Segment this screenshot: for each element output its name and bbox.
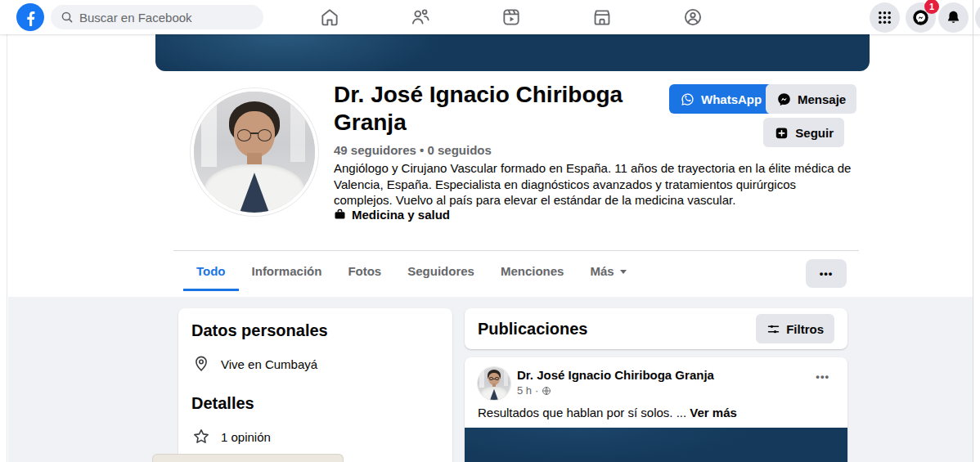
post-text: Resultados que hablan por sí solos. ... … [465,400,847,428]
post-time-value[interactable]: 5 h [517,384,532,397]
marketplace-icon[interactable] [591,6,614,29]
reels-icon[interactable] [500,6,523,29]
tab-todo-label: Todo [196,264,226,278]
nav-center-tabs [318,6,704,29]
post-text-body: Resultados que hablan por sí solos. ... [478,406,686,419]
filters-label: Filtros [786,322,824,336]
bell-icon [945,9,962,26]
chevron-down-icon [620,270,627,274]
post-card: Dr. José Ignacio Chiriboga Granja 5 h · … [465,357,847,462]
right-window-edge [973,0,973,462]
tab-seguidores[interactable]: Seguidores [394,251,488,291]
facebook-logo[interactable] [16,3,44,31]
star-icon [191,427,211,446]
briefcase-icon [334,209,346,221]
profile-photo[interactable] [191,88,318,216]
category-label: Medicina y salud [352,208,450,222]
facebook-page: 1 Dr. José Ignacio Chiriboga Granja 49 s… [0,0,980,462]
tabs-overflow-button[interactable]: ••• [806,259,847,288]
tab-informacion[interactable]: Información [239,251,335,291]
message-button[interactable]: Mensaje [766,84,856,114]
filters-button[interactable]: Filtros [756,314,834,343]
notifications-button[interactable] [938,2,969,33]
review-row: 1 opinión [191,427,439,446]
search-input[interactable] [79,11,254,25]
page-category: Medicina y salud [334,208,450,222]
post-image[interactable] [465,428,847,462]
friends-icon[interactable] [409,6,432,29]
messenger-badge: 1 [924,0,939,14]
status-bar-tooltip [152,454,344,462]
intro-card: Datos personales Vive en Cumbayá Detalle… [178,308,452,462]
filters-icon [766,322,780,336]
follow-button[interactable]: Seguir [763,118,844,147]
post-header: Dr. José Ignacio Chiriboga Granja 5 h · … [465,357,847,400]
page-title: Dr. José Ignacio Chiriboga Granja [334,81,661,137]
tab-menciones[interactable]: Menciones [488,251,578,291]
left-window-edge [7,0,7,462]
details-title: Detalles [191,394,439,413]
messenger-button[interactable]: 1 [906,2,936,33]
intro-title: Datos personales [191,321,439,340]
globe-icon [542,386,551,396]
whatsapp-label: WhatsApp [701,92,762,106]
post-meta: Dr. José Ignacio Chiriboga Granja 5 h · [517,367,714,397]
cover-photo[interactable] [155,34,870,71]
lives-in-row: Vive en Cumbayá [191,354,439,374]
messenger-dark-icon [776,92,792,107]
tab-mas-label: Más [590,264,614,278]
posts-title: Publicaciones [478,320,588,339]
lives-in-label: Vive en Cumbayá [221,357,317,371]
whatsapp-icon [680,92,695,107]
post-time-dot: · [535,384,538,397]
page-bio: Angiólogo y Cirujano Vascular formado en… [334,160,854,209]
tab-fotos-label: Fotos [348,264,381,278]
doctor-portrait-small [478,367,510,400]
profile-tabs: Todo Información Fotos Seguidores Mencio… [183,251,640,291]
message-label: Mensaje [798,92,846,106]
post-author-name[interactable]: Dr. José Ignacio Chiriboga Granja [517,367,714,383]
follow-label: Seguir [795,126,834,140]
groups-icon[interactable] [681,6,704,29]
search-bar[interactable] [51,5,263,29]
post-menu-button[interactable]: ••• [811,367,834,386]
whatsapp-button[interactable]: WhatsApp [669,84,772,114]
home-icon[interactable] [318,6,341,29]
menu-grid-button[interactable] [870,2,900,33]
follow-plus-icon [774,125,789,141]
tab-informacion-label: Información [252,264,322,278]
tab-todo[interactable]: Todo [183,251,239,291]
tab-menciones-label: Menciones [501,264,564,278]
review-label: 1 opinión [221,430,271,444]
tab-seguidores-label: Seguidores [407,264,474,278]
doctor-portrait [194,92,315,213]
post-author-avatar[interactable] [478,367,510,400]
posts-header-card: Publicaciones Filtros [465,308,847,349]
menu-grid-icon [876,9,893,26]
search-icon [61,11,74,24]
followers-count[interactable]: 49 seguidores • 0 seguidos [334,143,492,157]
tab-fotos[interactable]: Fotos [335,251,394,291]
see-more-link[interactable]: Ver más [690,406,737,419]
location-pin-icon [191,354,211,374]
post-timestamp: 5 h · [517,384,714,397]
top-navigation: 1 [0,0,980,34]
tab-mas[interactable]: Más [577,251,639,291]
